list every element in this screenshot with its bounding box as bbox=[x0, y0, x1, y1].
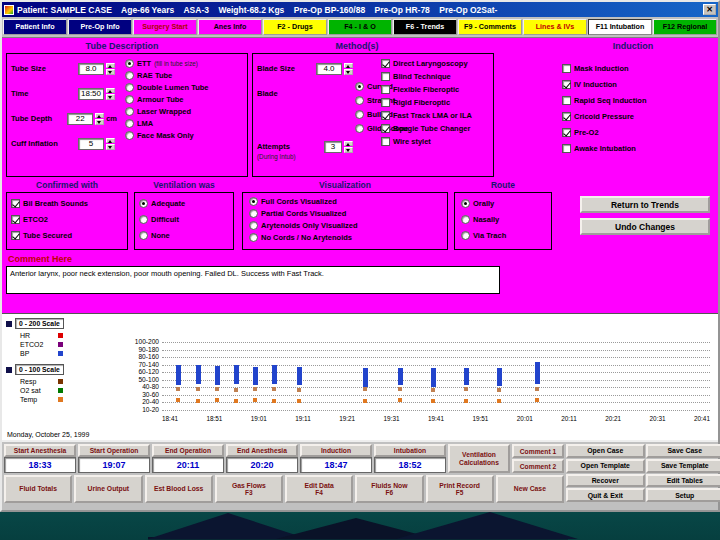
checkbox-option[interactable]: ETCO2 bbox=[11, 215, 125, 224]
open-case-button[interactable]: Open Case bbox=[566, 444, 645, 458]
radio-icon[interactable] bbox=[461, 199, 470, 208]
save-template-button[interactable]: Save Template bbox=[646, 459, 720, 473]
radio-icon[interactable] bbox=[355, 96, 364, 105]
action-button[interactable]: Fluid Totals bbox=[4, 475, 72, 503]
comment-1-button[interactable]: Comment 1 bbox=[512, 444, 564, 458]
radio-option[interactable]: Full Cords Visualized bbox=[249, 197, 445, 206]
checkbox-icon[interactable] bbox=[381, 85, 390, 94]
checkbox-icon[interactable] bbox=[11, 199, 20, 208]
return-to-trends-button[interactable]: Return to Trends bbox=[580, 196, 710, 213]
checkbox-option[interactable]: Awake Intubation bbox=[562, 144, 714, 153]
radio-icon[interactable] bbox=[355, 110, 364, 119]
comment-input[interactable]: Anterior larynx, poor neck extension, po… bbox=[6, 266, 500, 294]
radio-icon[interactable] bbox=[125, 131, 134, 140]
radio-option[interactable]: Face Mask Only bbox=[125, 131, 245, 140]
tab-lines-ivs[interactable]: Lines & IVs bbox=[523, 19, 587, 35]
checkbox-icon[interactable] bbox=[562, 80, 571, 89]
action-button[interactable]: Gas Flows F3 bbox=[215, 475, 283, 503]
checkbox-icon[interactable] bbox=[562, 64, 571, 73]
checkbox-icon[interactable] bbox=[381, 124, 390, 133]
radio-icon[interactable] bbox=[139, 199, 148, 208]
radio-option[interactable]: Nasally bbox=[461, 215, 549, 224]
checkbox-option[interactable]: Blind Technique bbox=[381, 72, 491, 81]
tab-f12-regional[interactable]: F12 Regional bbox=[653, 19, 717, 35]
action-button[interactable]: Est Blood Loss bbox=[145, 475, 213, 503]
time-field-button[interactable]: Start Operation bbox=[78, 444, 150, 457]
radio-option[interactable]: Arytenoids Only Visualized bbox=[249, 221, 445, 230]
checkbox-option[interactable]: Cricoid Pressure bbox=[562, 112, 714, 121]
checkbox-option[interactable]: Rigid Fiberoptic bbox=[381, 98, 491, 107]
checkbox-option[interactable]: Flexible Fiberoptic bbox=[381, 85, 491, 94]
radio-icon[interactable] bbox=[249, 197, 258, 206]
setup-button[interactable]: Setup bbox=[646, 488, 720, 502]
edit-tables-button[interactable]: Edit Tables bbox=[646, 474, 720, 488]
radio-icon[interactable] bbox=[125, 71, 134, 80]
attempts-value[interactable]: 3 bbox=[324, 141, 342, 153]
action-button[interactable]: Print Record F5 bbox=[426, 475, 494, 503]
radio-option[interactable]: Difficult bbox=[139, 215, 231, 224]
attempts-spinner[interactable] bbox=[344, 141, 353, 153]
checkbox-option[interactable]: Rapid Seq Induction bbox=[562, 96, 714, 105]
checkbox-icon[interactable] bbox=[11, 231, 20, 240]
radio-option[interactable]: LMA bbox=[125, 119, 245, 128]
time-field-value[interactable]: 18:47 bbox=[300, 457, 372, 473]
radio-option[interactable]: Armour Tube bbox=[125, 95, 245, 104]
radio-icon[interactable] bbox=[461, 231, 470, 240]
spinner[interactable] bbox=[106, 138, 115, 150]
time-field-value[interactable]: 19:07 bbox=[78, 457, 150, 473]
radio-icon[interactable] bbox=[125, 59, 134, 68]
save-case-button[interactable]: Save Case bbox=[646, 444, 720, 458]
tab-pre-op-info[interactable]: Pre-Op Info bbox=[68, 19, 132, 35]
radio-option[interactable]: Orally bbox=[461, 199, 549, 208]
checkbox-option[interactable]: Wire stylet bbox=[381, 137, 491, 146]
radio-option[interactable]: None bbox=[139, 231, 231, 240]
checkbox-icon[interactable] bbox=[562, 144, 571, 153]
radio-icon[interactable] bbox=[249, 233, 258, 242]
time-field-value[interactable]: 20:20 bbox=[226, 457, 298, 473]
radio-option[interactable]: Partial Cords Visualized bbox=[249, 209, 445, 218]
tab-surgery-start[interactable]: Surgery Start bbox=[133, 19, 197, 35]
blade-size-value[interactable]: 4.0 bbox=[316, 63, 342, 75]
open-template-button[interactable]: Open Template bbox=[566, 459, 645, 473]
radio-icon[interactable] bbox=[249, 209, 258, 218]
radio-option[interactable]: No Cords / No Arytenoids bbox=[249, 233, 445, 242]
radio-icon[interactable] bbox=[355, 124, 364, 133]
field-value[interactable]: 5 bbox=[78, 138, 104, 150]
radio-icon[interactable] bbox=[461, 215, 470, 224]
checkbox-option[interactable]: Bil Breath Sounds bbox=[11, 199, 125, 208]
radio-option[interactable]: Double Lumen Tube bbox=[125, 83, 245, 92]
tab-f9-comments[interactable]: F9 - Comments bbox=[458, 19, 522, 35]
action-button[interactable]: Edit Data F4 bbox=[285, 475, 353, 503]
checkbox-option[interactable]: Tube Secured bbox=[11, 231, 125, 240]
time-field-button[interactable]: End Operation bbox=[152, 444, 224, 457]
quit-exit-button[interactable]: Quit & Exit bbox=[566, 488, 645, 502]
time-field-value[interactable]: 20:11 bbox=[152, 457, 224, 473]
close-button[interactable]: ✕ bbox=[703, 4, 716, 15]
field-value[interactable]: 18:50 bbox=[78, 88, 104, 100]
radio-option[interactable]: Via Trach bbox=[461, 231, 549, 240]
spinner[interactable] bbox=[95, 113, 104, 125]
checkbox-icon[interactable] bbox=[381, 111, 390, 120]
radio-option[interactable]: Adequate bbox=[139, 199, 231, 208]
checkbox-option[interactable]: Mask Induction bbox=[562, 64, 714, 73]
field-value[interactable]: 8.0 bbox=[78, 63, 104, 75]
radio-icon[interactable] bbox=[125, 119, 134, 128]
checkbox-icon[interactable] bbox=[562, 128, 571, 137]
checkbox-icon[interactable] bbox=[381, 59, 390, 68]
checkbox-icon[interactable] bbox=[381, 137, 390, 146]
radio-icon[interactable] bbox=[125, 107, 134, 116]
field-value[interactable]: 22 bbox=[67, 113, 93, 125]
checkbox-option[interactable]: Fast Track LMA or ILA bbox=[381, 111, 491, 120]
time-field-button[interactable]: Start Anesthesia bbox=[4, 444, 76, 457]
ventilation-calculations-button[interactable]: Ventilation Calculations bbox=[448, 444, 510, 473]
checkbox-option[interactable]: Bougie Tube Changer bbox=[381, 124, 491, 133]
tab-f6-trends[interactable]: F6 - Trends bbox=[393, 19, 457, 35]
tab-f11-intubation[interactable]: F11 Intubation bbox=[588, 19, 652, 35]
radio-icon[interactable] bbox=[355, 82, 364, 91]
checkbox-icon[interactable] bbox=[381, 72, 390, 81]
tab-f4-i-and-o[interactable]: F4 - I & O bbox=[328, 19, 392, 35]
radio-option[interactable]: RAE Tube bbox=[125, 71, 245, 80]
radio-icon[interactable] bbox=[139, 215, 148, 224]
radio-icon[interactable] bbox=[249, 221, 258, 230]
tab-f2-drugs[interactable]: F2 - Drugs bbox=[263, 19, 327, 35]
